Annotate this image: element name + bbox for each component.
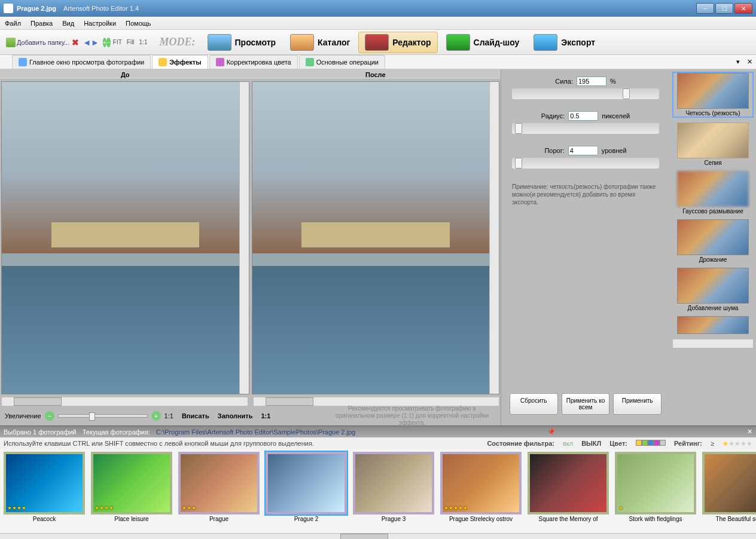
film-item[interactable]: ★Stork with fledglings [614, 452, 697, 531]
mode-view[interactable]: Просмотр [202, 32, 282, 53]
radius-unit: пикселей [602, 112, 630, 120]
effects-tab-icon [158, 58, 167, 66]
radius-label: Радиус: [541, 112, 565, 120]
tabstrip-menu-icon[interactable]: ▾ [733, 55, 743, 69]
add-folder-button[interactable]: Добавить папку... [4, 36, 72, 48]
radius-input[interactable] [568, 111, 598, 121]
rating-stars[interactable]: ★★★★★ [723, 440, 752, 448]
zoom-one-one[interactable]: 1:1 [164, 412, 173, 419]
zoom-label: Увеличение [5, 412, 41, 419]
fit-button[interactable]: FIT [111, 38, 124, 46]
menubar: Файл Правка Вид Настройки Помощь [0, 17, 756, 30]
menu-settings[interactable]: Настройки [84, 20, 116, 27]
after-vscroll[interactable] [489, 82, 499, 394]
preview-tab-icon [19, 58, 27, 66]
zoom-slider[interactable] [58, 414, 148, 418]
reset-button[interactable]: Сбросить [510, 393, 558, 415]
tab-color-correction[interactable]: Корректировка цвета [209, 55, 298, 69]
apply-button[interactable]: Применить [613, 393, 662, 415]
filter-on[interactable]: вкл [563, 440, 573, 447]
zoom-row: Увеличение − + 1:1 Вписать Заполнить 1:1… [0, 406, 501, 425]
delete-icon[interactable]: ✖ [72, 38, 79, 47]
pin-icon[interactable]: 📌 [547, 428, 556, 436]
toolbar: Добавить папку... ✖ ◄ ► + − FIT Fill 1:1… [0, 30, 756, 55]
threshold-input[interactable] [568, 146, 598, 155]
color-swatches[interactable] [636, 440, 666, 447]
effect-add-noise[interactable]: Добавление шума [672, 268, 754, 311]
film-item[interactable]: ★★★★Peacock [2, 452, 86, 531]
one-one-button[interactable]: 1:1 [137, 38, 150, 46]
film-caption: Prague [177, 516, 261, 522]
folder-plus-icon [6, 38, 16, 47]
film-item[interactable]: The Beautiful sunset [701, 452, 756, 531]
threshold-slider[interactable] [512, 158, 659, 169]
film-caption: Place leisure [90, 516, 173, 522]
menu-view[interactable]: Вид [62, 20, 74, 27]
film-item[interactable]: ★★★Prague [177, 452, 261, 531]
apply-all-button[interactable]: Применить ко всем [562, 393, 610, 415]
export-icon [534, 34, 557, 51]
mode-editor[interactable]: Редактор [358, 32, 437, 53]
filmstrip-header: Выбрано 1 фотографий Текущая фотография:… [0, 425, 756, 437]
film-caption: Peacock [2, 516, 86, 522]
radius-slider[interactable] [512, 123, 659, 134]
preview-area: До После Увеличение − + 1:1 Вписать Запо… [0, 69, 501, 425]
film-item[interactable]: Square the Memory of [526, 452, 610, 531]
effect-gaussian-blur[interactable]: Гауссово размывание [672, 171, 754, 215]
titlebar: Prague 2.jpg Artensoft Photo Editor 1.4 … [0, 0, 756, 17]
film-item[interactable]: Prague 2 [264, 452, 348, 531]
tab-effects[interactable]: Эффекты [152, 55, 208, 69]
rating-op[interactable]: ≥ [711, 440, 714, 447]
title-appname: Artensoft Photo Editor 1.4 [63, 5, 139, 12]
effect-more[interactable] [672, 316, 754, 334]
before-hscroll[interactable] [1, 397, 248, 406]
filter-off[interactable]: ВЫКЛ [581, 440, 601, 447]
menu-help[interactable]: Помощь [126, 20, 151, 27]
effect-jitter[interactable]: Дрожание [672, 219, 754, 263]
zoom-fit[interactable]: Вписать [182, 412, 209, 419]
filmstrip-close-icon[interactable]: ✕ [747, 428, 752, 436]
filmstrip-sub: Используйте клавиши CTRL или SHIFT совме… [0, 437, 756, 449]
zoom-one-one-2[interactable]: 1:1 [261, 412, 270, 419]
after-pane[interactable] [252, 81, 500, 394]
fill-button[interactable]: Fill [124, 38, 137, 46]
workspace: До После Увеличение − + 1:1 Вписать Запо… [0, 69, 756, 425]
before-vscroll[interactable] [239, 82, 249, 394]
effects-hscroll[interactable] [672, 339, 754, 348]
strength-slider[interactable] [512, 88, 659, 99]
mode-slideshow[interactable]: Слайд-шоу [440, 32, 526, 53]
film-item[interactable]: Prague 3 [352, 452, 435, 531]
catalog-icon [290, 34, 314, 51]
film-caption: Prague Strelecky ostrov [439, 516, 523, 522]
before-pane[interactable] [1, 81, 249, 394]
current-label: Текущая фотография: [83, 428, 150, 436]
mode-catalog[interactable]: Каталог [284, 32, 356, 53]
mode-export[interactable]: Экспорт [528, 32, 601, 53]
before-label: До [0, 69, 251, 80]
strength-input[interactable] [577, 76, 606, 86]
maximize-button[interactable]: ☐ [715, 3, 733, 14]
add-folder-label: Добавить папку... [17, 39, 69, 46]
prev-icon[interactable]: ◄ [83, 38, 91, 47]
menu-edit[interactable]: Правка [31, 20, 53, 27]
filter-state-label: Состояние фильтра: [487, 440, 554, 447]
tabstrip-close-icon[interactable]: ✕ [743, 55, 756, 69]
film-item[interactable]: ★★★★★Prague Strelecky ostrov [439, 452, 523, 531]
film-item[interactable]: ★★★★Place leisure [90, 452, 173, 531]
zoom-in-small-icon[interactable]: + [151, 411, 161, 421]
strength-label: Сила: [555, 78, 573, 85]
zoom-fill[interactable]: Заполнить [218, 412, 253, 419]
tab-main-preview[interactable]: Главное окно просмотра фотографии [12, 55, 151, 69]
effect-sepia[interactable]: Сепия [672, 122, 754, 166]
filmstrip-hscroll[interactable] [0, 533, 756, 539]
zoom-hint: Рекомендуется просматривать фотографию в… [328, 405, 496, 427]
zoom-out-small-icon[interactable]: − [45, 411, 54, 421]
minimize-button[interactable]: ─ [696, 3, 714, 14]
menu-file[interactable]: Файл [5, 20, 21, 27]
ops-tab-icon [306, 58, 314, 66]
tab-basic-ops[interactable]: Основные операции [299, 55, 385, 69]
close-button[interactable]: ✕ [734, 3, 752, 14]
next-icon[interactable]: ► [91, 38, 99, 47]
effect-sharpness[interactable]: Четкость (резкость) [672, 72, 754, 118]
filmstrip: ★★★★Peacock★★★★Place leisure★★★PraguePra… [0, 449, 756, 533]
